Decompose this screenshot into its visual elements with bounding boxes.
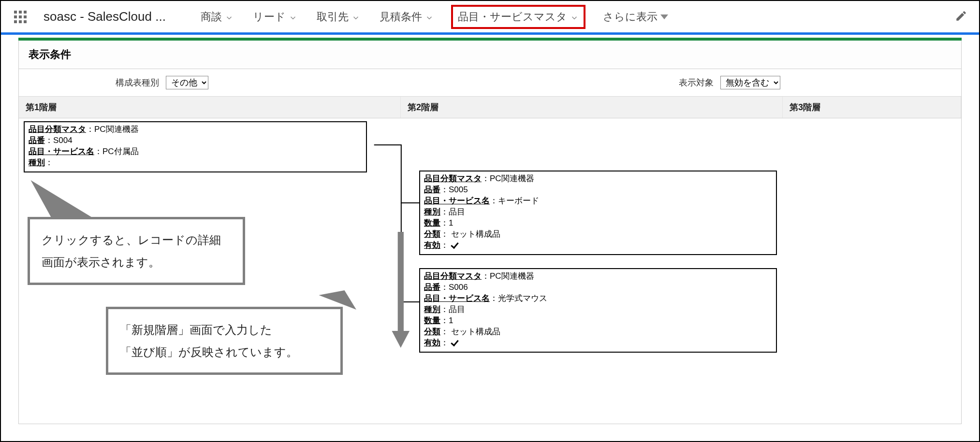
label-valid: 有効 bbox=[424, 338, 440, 347]
tab-label: 品目・サービスマスタ bbox=[458, 10, 567, 24]
label-class: 分類 bbox=[424, 327, 440, 336]
value-class: ： セット構成品 bbox=[440, 229, 500, 239]
value-type: ：品目 bbox=[440, 207, 465, 216]
value-qty: ：1 bbox=[440, 316, 453, 325]
chevron-down-icon bbox=[351, 13, 360, 21]
check-icon bbox=[451, 241, 460, 248]
tab-item-service-master[interactable]: 品目・サービスマスタ bbox=[451, 5, 585, 29]
value-type: ： bbox=[45, 158, 53, 167]
panel-title: 表示条件 bbox=[19, 41, 961, 69]
tab-opportunity[interactable]: 商談 bbox=[199, 7, 235, 27]
tab-quote[interactable]: 見積条件 bbox=[378, 7, 436, 27]
svg-rect-0 bbox=[398, 232, 404, 336]
callout-line: 「並び順」が反映されています。 bbox=[120, 341, 329, 363]
label-qty: 数量 bbox=[424, 316, 440, 325]
tab-more[interactable]: さらに表示 bbox=[601, 7, 670, 27]
label-code: 品番 bbox=[424, 185, 440, 194]
callout-line: 「新規階層」画面で入力した bbox=[120, 319, 329, 341]
label-type: 種別 bbox=[424, 207, 440, 216]
app-launcher-icon[interactable] bbox=[13, 9, 28, 25]
tab-label: 見積条件 bbox=[380, 10, 422, 24]
label-name: 品目・サービス名 bbox=[424, 294, 490, 303]
tier-header-1: 第1階層 bbox=[19, 97, 401, 118]
value-category: ：PC関連機器 bbox=[86, 125, 139, 134]
value-category: ：PC関連機器 bbox=[482, 271, 534, 281]
tab-account[interactable]: 取引先 bbox=[315, 7, 362, 27]
item-card-tier2-b[interactable]: 品目分類マスタ：PC関連機器 品番：S006 品目・サービス名：光学式マウス 種… bbox=[419, 268, 777, 353]
callout-detail-screen: クリックすると、レコードの詳細 画面が表示されます。 bbox=[28, 217, 245, 285]
callout-sort-order: 「新規階層」画面で入力した 「並び順」が反映されています。 bbox=[106, 307, 343, 375]
label-class: 分類 bbox=[424, 229, 440, 239]
chevron-down-icon bbox=[425, 13, 434, 21]
label-code: 品番 bbox=[29, 136, 45, 145]
label-type: 種別 bbox=[424, 305, 440, 314]
tab-label: リード bbox=[253, 10, 286, 24]
chevron-down-icon bbox=[289, 13, 297, 21]
value-name: ：PC付属品 bbox=[94, 147, 139, 156]
nav-tabs: 商談 リード 取引先 見積条件 品目・サービスマスタ bbox=[199, 5, 941, 29]
tier-body: 品目分類マスタ：PC関連機器 品番：S004 品目・サービス名：PC付属品 種別… bbox=[19, 118, 961, 424]
tab-label: 商談 bbox=[201, 10, 222, 24]
topbar: soasc - SalesCloud ... 商談 リード 取引先 見積条件 bbox=[1, 1, 979, 35]
triangle-down-icon bbox=[660, 14, 668, 19]
item-card-tier1[interactable]: 品目分類マスタ：PC関連機器 品番：S004 品目・サービス名：PC付属品 種別… bbox=[24, 121, 367, 172]
filter-composition-label: 構成表種別 bbox=[116, 77, 159, 88]
app-title: soasc - SalesCloud ... bbox=[44, 9, 166, 24]
filter-target-select[interactable]: 無効を含む bbox=[720, 76, 780, 89]
filter-composition-select[interactable]: その他 bbox=[166, 76, 208, 89]
label-code: 品番 bbox=[424, 283, 440, 292]
svg-marker-2 bbox=[30, 180, 93, 218]
label-category: 品目分類マスタ bbox=[424, 271, 482, 281]
chevron-down-icon bbox=[570, 13, 579, 21]
label-category: 品目分類マスタ bbox=[29, 125, 86, 134]
item-card-tier2-a[interactable]: 品目分類マスタ：PC関連機器 品番：S005 品目・サービス名：キーボード 種別… bbox=[419, 171, 777, 255]
filter-target-label: 表示対象 bbox=[679, 77, 714, 88]
main-panel: 表示条件 構成表種別 その他 表示対象 無効を含む 第1階層 第2階層 第3階層 bbox=[18, 41, 962, 424]
label-category: 品目分類マスタ bbox=[424, 174, 482, 183]
tier-header-3: 第3階層 bbox=[783, 97, 961, 118]
value-category: ：PC関連機器 bbox=[482, 174, 534, 183]
tab-lead[interactable]: リード bbox=[251, 7, 299, 27]
label-qty: 数量 bbox=[424, 218, 440, 228]
value-name: ：光学式マウス bbox=[490, 294, 547, 303]
tier-header-2: 第2階層 bbox=[401, 97, 783, 118]
label-name: 品目・サービス名 bbox=[29, 147, 94, 156]
label-name: 品目・サービス名 bbox=[424, 196, 490, 205]
check-icon bbox=[451, 339, 460, 345]
value-valid: ： bbox=[440, 241, 449, 250]
tier-headers: 第1階層 第2階層 第3階層 bbox=[19, 97, 961, 118]
callout-line: クリックすると、レコードの詳細 bbox=[42, 229, 231, 251]
tab-label: さらに表示 bbox=[603, 10, 658, 24]
value-class: ： セット構成品 bbox=[440, 327, 500, 336]
tab-label: 取引先 bbox=[317, 10, 349, 24]
chevron-down-icon bbox=[225, 13, 234, 21]
value-qty: ：1 bbox=[440, 218, 453, 228]
value-valid: ： bbox=[440, 338, 449, 347]
filter-row: 構成表種別 その他 表示対象 無効を含む bbox=[19, 69, 961, 97]
label-type: 種別 bbox=[29, 158, 45, 167]
value-type: ：品目 bbox=[440, 305, 465, 314]
callout-line: 画面が表示されます。 bbox=[42, 251, 231, 273]
value-code: ：S005 bbox=[440, 185, 468, 194]
svg-marker-1 bbox=[392, 331, 410, 348]
value-name: ：キーボード bbox=[490, 196, 539, 205]
value-code: ：S004 bbox=[45, 136, 73, 145]
edit-pencil-icon[interactable] bbox=[955, 10, 967, 24]
value-code: ：S006 bbox=[440, 283, 468, 292]
label-valid: 有効 bbox=[424, 241, 440, 250]
